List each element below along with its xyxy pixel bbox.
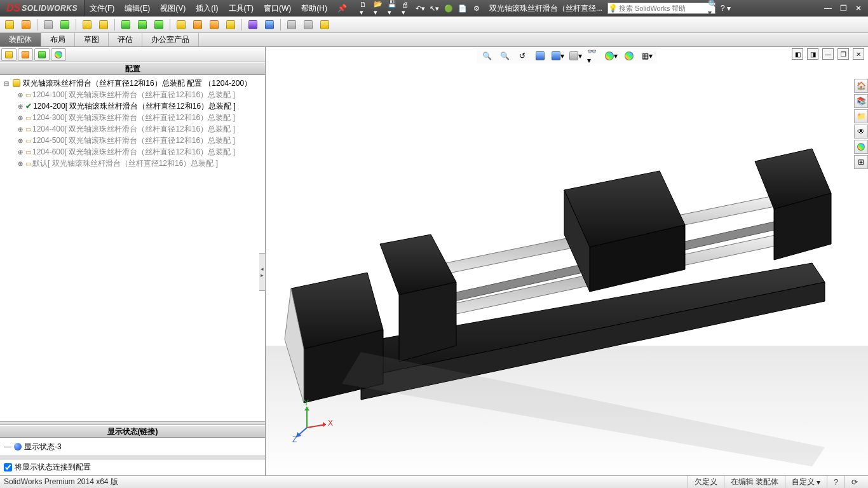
link-ds-checkbox[interactable] [4, 463, 12, 471]
vp-minimize-icon[interactable]: — [822, 48, 834, 60]
expand-icon[interactable]: ⊟ [3, 80, 10, 87]
taskpane-library-icon[interactable]: 📚 [854, 94, 868, 108]
expand-icon[interactable]: ⊕ [17, 160, 24, 167]
view-settings-icon[interactable]: ▦▾ [641, 50, 653, 62]
tb-move-icon[interactable] [119, 18, 133, 32]
tree-tab-appearance-icon[interactable] [51, 48, 66, 61]
close-button[interactable]: ✕ [853, 4, 864, 13]
panel-collapse-handle[interactable]: ◂▸ [259, 253, 266, 291]
ds-expand-icon[interactable]: — [4, 442, 11, 451]
display-state-row[interactable]: — 显示状态-3 [4, 440, 261, 453]
menu-edit[interactable]: 编辑(E) [119, 0, 155, 17]
config-item[interactable]: ⊕✔1204-200 [ 双光轴滚珠丝杆滑台（丝杆直径12和16）总装配 ] [1, 100, 264, 112]
menu-insert[interactable]: 插入(I) [191, 0, 223, 17]
tb-rotate-icon[interactable] [135, 18, 149, 32]
tb-copy-icon[interactable] [152, 18, 166, 32]
expand-icon[interactable]: ⊕ [17, 149, 24, 156]
hide-show-icon[interactable]: 👓▾ [587, 50, 600, 62]
assembly-icon [11, 79, 22, 88]
status-help-icon[interactable]: ? [827, 476, 844, 488]
print-icon[interactable]: 🖨▾ [402, 3, 412, 13]
expand-icon[interactable]: ⊕ [17, 103, 24, 110]
select-icon[interactable]: ↖▾ [430, 3, 440, 13]
config-tree[interactable]: ⊟ 双光轴滚珠丝杆滑台（丝杆直径12和16）总装配 配置 （1204-200） … [0, 75, 265, 421]
help-question-icon[interactable]: ? ▾ [721, 4, 731, 13]
view-orient-icon[interactable]: ▾ [552, 50, 564, 62]
tb-ref-icon[interactable] [318, 18, 332, 32]
menu-file[interactable]: 文件(F) [85, 0, 119, 17]
orientation-triad[interactable]: X Y Z [291, 399, 336, 444]
tb-smart-icon[interactable] [97, 18, 111, 32]
vp-next-icon[interactable]: ◨ [807, 48, 818, 60]
expand-icon[interactable]: ⊕ [17, 137, 24, 144]
section-view-icon[interactable] [534, 50, 546, 62]
open-doc-icon[interactable]: 📂▾ [374, 3, 384, 13]
settings-icon[interactable]: ⚙ [471, 3, 482, 13]
expand-icon[interactable]: ⊕ [17, 126, 24, 133]
rebuild-icon[interactable]: 🟢 [444, 3, 454, 13]
tb-isolate-icon[interactable] [207, 18, 221, 32]
tree-tab-property-icon[interactable] [18, 48, 33, 61]
taskpane-custom-icon[interactable]: ⊞ [854, 155, 868, 169]
tab-sketch[interactable]: 草图 [75, 33, 109, 46]
menu-window[interactable]: 窗口(W) [259, 0, 296, 17]
menu-help[interactable]: 帮助(H) [296, 0, 332, 17]
menu-view[interactable]: 视图(V) [155, 0, 191, 17]
tb-new-assembly-icon[interactable] [19, 18, 33, 32]
save-icon[interactable]: 💾▾ [388, 3, 398, 13]
status-editing: 在编辑 装配体 [724, 476, 785, 488]
tree-tab-config-icon[interactable] [34, 48, 50, 61]
tb-link-icon[interactable] [41, 18, 55, 32]
config-item-name: 1204-400 [32, 125, 65, 133]
zoom-fit-icon[interactable]: 🔍 [480, 50, 493, 62]
graphics-viewport[interactable]: X Y Z 🔍 🔍 ↺ ▾ ▾ 👓▾ ▾ ▦▾ ◧ ◨ — ❐ ✕ [266, 47, 868, 475]
tb-explode-icon[interactable] [224, 18, 238, 32]
tb-hide-icon[interactable] [174, 18, 188, 32]
undo-icon[interactable]: ↶▾ [416, 3, 426, 13]
scene-icon[interactable] [623, 50, 635, 62]
config-item[interactable]: ⊕▭1204-500 [ 双光轴滚珠丝杆滑台（丝杆直径12和16）总装配 ] [1, 135, 264, 146]
tab-layout[interactable]: 布局 [41, 33, 75, 46]
appearance-icon[interactable]: ▾ [605, 50, 618, 62]
menu-tools[interactable]: 工具(T) [224, 0, 259, 17]
tree-tab-feature-icon[interactable] [1, 48, 17, 61]
tb-mate-icon[interactable] [58, 18, 72, 32]
config-item[interactable]: ⊕▭1204-300 [ 双光轴滚珠丝杆滑台（丝杆直径12和16）总装配 ] [1, 112, 264, 123]
config-item[interactable]: ⊕▭1204-400 [ 双光轴滚珠丝杆滑台（丝杆直径12和16）总装配 ] [1, 123, 264, 135]
status-rebuild-icon[interactable]: ⟳ [844, 476, 864, 488]
config-item[interactable]: ⊕▭1204-100 [ 双光轴滚珠丝杆滑台（丝杆直径12和16）总装配 ] [1, 89, 264, 100]
help-search-input[interactable] [618, 4, 708, 12]
expand-icon[interactable]: ⊕ [17, 114, 24, 121]
config-item[interactable]: ⊕▭默认 [ 双光轴滚珠丝杆滑台（丝杆直径12和16）总装配 ] [1, 158, 264, 169]
taskpane-home-icon[interactable]: 🏠 [854, 79, 868, 93]
help-search[interactable]: 💡 🔍▾ [607, 3, 715, 14]
status-custom[interactable]: 自定义 ▾ [785, 476, 827, 488]
search-magnify-icon[interactable]: 🔍▾ [708, 0, 717, 17]
menu-pin-icon[interactable]: 📌 [332, 0, 352, 17]
options-icon[interactable]: 📄 [458, 3, 468, 13]
config-root-row[interactable]: ⊟ 双光轴滚珠丝杆滑台（丝杆直径12和16）总装配 配置 （1204-200） [1, 78, 264, 89]
taskpane-appearance-icon[interactable] [854, 140, 868, 154]
taskpane-file-icon[interactable]: 📁 [854, 109, 868, 123]
minimize-button[interactable]: — [822, 4, 834, 13]
taskpane-view-icon[interactable]: 👁 [854, 125, 868, 139]
tb-clearance-icon[interactable] [262, 18, 276, 32]
display-style-icon[interactable]: ▾ [569, 50, 582, 62]
maximize-button[interactable]: ❐ [837, 4, 849, 13]
zoom-area-icon[interactable]: 🔍 [498, 50, 511, 62]
expand-icon[interactable]: ⊕ [17, 92, 24, 98]
tb-measure-icon[interactable] [285, 18, 299, 32]
vp-maximize-icon[interactable]: ❐ [837, 48, 849, 60]
tab-assembly[interactable]: 装配体 [0, 33, 41, 46]
vp-prev-icon[interactable]: ◧ [792, 48, 803, 60]
tb-show-icon[interactable] [191, 18, 205, 32]
new-doc-icon[interactable]: 🗋▾ [360, 3, 370, 13]
tb-pattern-icon[interactable] [80, 18, 94, 32]
tab-evaluate[interactable]: 评估 [109, 33, 142, 46]
tb-interfere-icon[interactable] [246, 18, 260, 32]
tb-new-part-icon[interactable] [3, 18, 17, 32]
config-item[interactable]: ⊕▭1204-600 [ 双光轴滚珠丝杆滑台（丝杆直径12和16）总装配 ] [1, 146, 264, 158]
prev-view-icon[interactable]: ↺ [516, 50, 529, 62]
tb-bom-icon[interactable] [301, 18, 315, 32]
tab-office[interactable]: 办公室产品 [142, 33, 199, 46]
